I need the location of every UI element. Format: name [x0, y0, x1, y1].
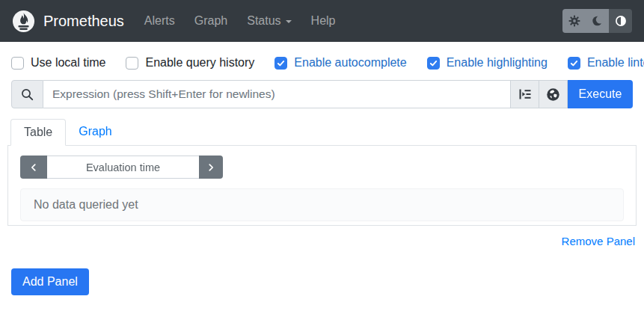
expression-input-group: Execute: [11, 80, 633, 108]
moon-icon: [592, 15, 604, 27]
time-decrease-button[interactable]: [20, 156, 47, 179]
tab-table[interactable]: Table: [10, 119, 66, 146]
checkmark-icon: [429, 58, 438, 68]
tree-view-icon: [518, 88, 532, 100]
option-label: Enable linter: [587, 56, 644, 70]
time-increase-button[interactable]: [199, 156, 223, 179]
option-enable-linter[interactable]: Enable linter: [568, 56, 644, 70]
top-navbar: Prometheus Alerts Graph Status Help: [0, 0, 644, 42]
query-panel: Table Graph No data queried yet: [7, 119, 637, 226]
prometheus-logo-icon: [12, 10, 35, 33]
chevron-left-icon: [28, 162, 39, 173]
checkbox-unchecked[interactable]: [11, 57, 24, 70]
theme-toggle-group: [562, 9, 632, 33]
tab-graph[interactable]: Graph: [66, 119, 124, 146]
option-enable-query-history[interactable]: Enable query history: [126, 56, 254, 70]
option-label: Enable autocomplete: [294, 56, 406, 70]
half-circle-icon: [615, 15, 627, 27]
theme-light-button[interactable]: [562, 9, 586, 33]
option-label: Enable highlighting: [447, 56, 548, 70]
option-use-local-time[interactable]: Use local time: [11, 56, 105, 70]
execute-button[interactable]: Execute: [568, 80, 633, 108]
remove-panel-row: Remove Panel: [9, 235, 635, 248]
prometheus-brand[interactable]: Prometheus: [12, 10, 124, 33]
evaluation-time-input[interactable]: [47, 156, 199, 179]
search-icon: [21, 88, 34, 101]
option-enable-autocomplete[interactable]: Enable autocomplete: [275, 56, 406, 70]
checkmark-icon: [569, 58, 579, 68]
theme-auto-button[interactable]: [609, 9, 632, 33]
remove-panel-link[interactable]: Remove Panel: [562, 235, 635, 247]
chevron-down-icon: [286, 20, 292, 23]
theme-dark-button[interactable]: [586, 9, 609, 33]
nav-item-status-dropdown[interactable]: Status: [237, 8, 301, 34]
metrics-explorer-globe-icon: [546, 87, 560, 102]
checkbox-checked[interactable]: [275, 57, 287, 70]
checkbox-checked[interactable]: [568, 57, 580, 70]
search-addon: [11, 80, 43, 108]
gear-icon: [568, 15, 580, 27]
checkbox-checked[interactable]: [427, 57, 440, 70]
brand-title: Prometheus: [43, 13, 124, 30]
panel-tabs: Table Graph: [7, 119, 637, 146]
table-tab-content: No data queried yet: [7, 146, 637, 226]
nav-item-alerts[interactable]: Alerts: [135, 8, 185, 34]
expression-input[interactable]: [43, 80, 511, 108]
option-label: Use local time: [31, 56, 105, 70]
add-panel-row: Add Panel: [11, 268, 633, 295]
tree-view-button[interactable]: [511, 80, 539, 108]
nav-item-help[interactable]: Help: [301, 8, 346, 34]
main-nav: Alerts Graph Status Help: [135, 8, 346, 34]
evaluation-time-group: [20, 156, 223, 179]
add-panel-button[interactable]: Add Panel: [11, 268, 89, 295]
chevron-right-icon: [206, 162, 216, 173]
nav-item-graph[interactable]: Graph: [185, 8, 237, 34]
query-options-row: Use local time Enable query history Enab…: [0, 42, 644, 70]
option-enable-highlighting[interactable]: Enable highlighting: [427, 56, 548, 70]
option-label: Enable query history: [145, 56, 254, 70]
checkbox-unchecked[interactable]: [126, 57, 138, 70]
no-data-alert: No data queried yet: [20, 188, 624, 221]
metrics-explorer-button[interactable]: [539, 80, 568, 108]
checkmark-icon: [276, 58, 286, 68]
